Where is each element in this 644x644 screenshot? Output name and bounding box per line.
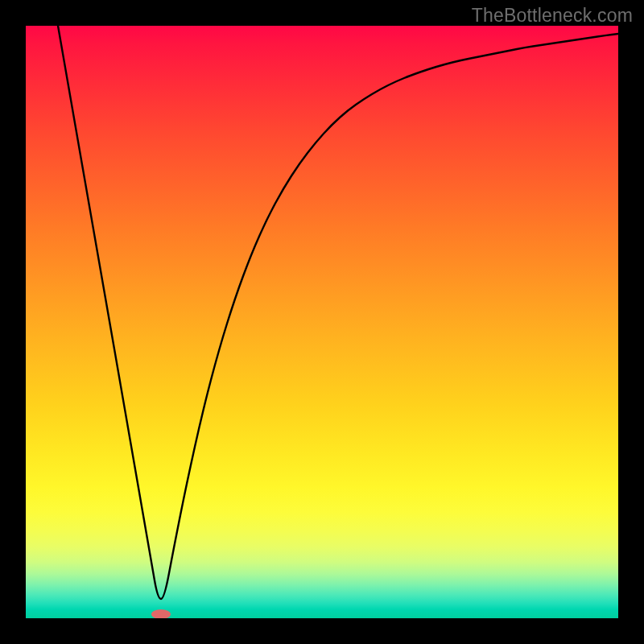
optimal-marker — [151, 609, 171, 618]
bottleneck-curve — [58, 26, 618, 599]
plot-area — [26, 26, 618, 618]
curve-svg — [26, 26, 618, 618]
watermark-text: TheBottleneck.com — [472, 5, 633, 27]
chart-frame: TheBottleneck.com — [0, 0, 644, 644]
